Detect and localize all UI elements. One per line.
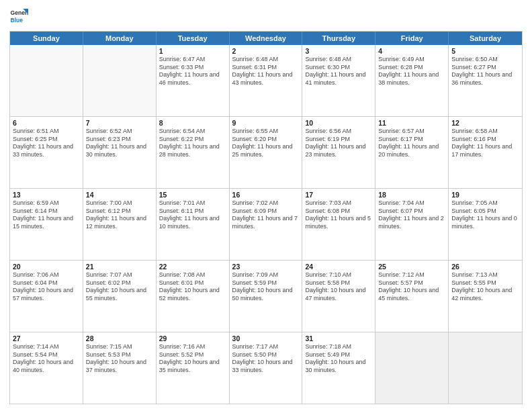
calendar-header: SundayMondayTuesdayWednesdayThursdayFrid…	[10, 32, 522, 45]
cal-cell: 30Sunrise: 7:17 AM Sunset: 5:50 PM Dayli…	[230, 332, 303, 404]
cal-week-2: 6Sunrise: 6:51 AM Sunset: 6:25 PM Daylig…	[10, 117, 522, 189]
day-number: 6	[13, 119, 80, 127]
day-info: Sunrise: 7:09 AM Sunset: 5:59 PM Dayligh…	[232, 271, 300, 303]
day-info: Sunrise: 6:48 AM Sunset: 6:31 PM Dayligh…	[232, 56, 300, 87]
day-number: 28	[86, 334, 153, 342]
cal-cell: 20Sunrise: 7:06 AM Sunset: 6:04 PM Dayli…	[10, 261, 83, 332]
day-number: 27	[13, 334, 80, 342]
day-number: 4	[378, 47, 445, 55]
day-info: Sunrise: 6:59 AM Sunset: 6:14 PM Dayligh…	[13, 199, 80, 231]
cal-cell: 7Sunrise: 6:52 AM Sunset: 6:23 PM Daylig…	[83, 117, 157, 188]
day-info: Sunrise: 6:58 AM Sunset: 6:16 PM Dayligh…	[451, 128, 519, 159]
day-number: 24	[305, 263, 372, 271]
day-number: 17	[305, 191, 372, 199]
day-info: Sunrise: 7:17 AM Sunset: 5:50 PM Dayligh…	[232, 343, 300, 375]
day-info: Sunrise: 7:03 AM Sunset: 6:08 PM Dayligh…	[305, 199, 372, 231]
day-info: Sunrise: 7:16 AM Sunset: 5:52 PM Dayligh…	[159, 343, 226, 375]
day-number: 21	[86, 263, 153, 271]
day-number: 22	[159, 263, 226, 271]
day-info: Sunrise: 7:13 AM Sunset: 5:55 PM Dayligh…	[451, 271, 519, 303]
cal-cell: 16Sunrise: 7:02 AM Sunset: 6:09 PM Dayli…	[230, 189, 303, 260]
day-info: Sunrise: 6:49 AM Sunset: 6:28 PM Dayligh…	[378, 56, 445, 87]
day-number: 30	[232, 334, 300, 342]
day-number: 2	[232, 47, 300, 55]
day-info: Sunrise: 7:12 AM Sunset: 5:57 PM Dayligh…	[378, 271, 445, 303]
cal-cell: 13Sunrise: 6:59 AM Sunset: 6:14 PM Dayli…	[10, 189, 83, 260]
cal-cell: 12Sunrise: 6:58 AM Sunset: 6:16 PM Dayli…	[449, 117, 522, 188]
day-number: 14	[86, 191, 153, 199]
day-number: 23	[232, 263, 300, 271]
cal-header-saturday: Saturday	[449, 32, 522, 45]
cal-cell: 28Sunrise: 7:15 AM Sunset: 5:53 PM Dayli…	[83, 332, 157, 404]
cal-week-1: 1Sunrise: 6:47 AM Sunset: 6:33 PM Daylig…	[10, 45, 522, 117]
cal-header-tuesday: Tuesday	[157, 32, 230, 45]
cal-header-wednesday: Wednesday	[230, 32, 303, 45]
cal-cell: 21Sunrise: 7:07 AM Sunset: 6:02 PM Dayli…	[83, 261, 157, 332]
day-number: 10	[305, 119, 372, 127]
cal-cell: 4Sunrise: 6:49 AM Sunset: 6:28 PM Daylig…	[375, 45, 449, 116]
day-info: Sunrise: 6:51 AM Sunset: 6:25 PM Dayligh…	[13, 128, 80, 159]
day-number: 11	[378, 119, 445, 127]
cal-cell: 5Sunrise: 6:50 AM Sunset: 6:27 PM Daylig…	[449, 45, 522, 116]
calendar: SundayMondayTuesdayWednesdayThursdayFrid…	[9, 31, 523, 404]
cal-week-5: 27Sunrise: 7:14 AM Sunset: 5:54 PM Dayli…	[10, 332, 522, 404]
cal-cell: 15Sunrise: 7:01 AM Sunset: 6:11 PM Dayli…	[157, 189, 230, 260]
cal-cell: 9Sunrise: 6:55 AM Sunset: 6:20 PM Daylig…	[230, 117, 303, 188]
header: General Blue	[9, 7, 523, 26]
day-info: Sunrise: 7:10 AM Sunset: 5:58 PM Dayligh…	[305, 271, 372, 303]
day-info: Sunrise: 6:52 AM Sunset: 6:23 PM Dayligh…	[86, 128, 153, 159]
cal-cell: 24Sunrise: 7:10 AM Sunset: 5:58 PM Dayli…	[302, 261, 375, 332]
day-info: Sunrise: 7:04 AM Sunset: 6:07 PM Dayligh…	[378, 199, 445, 231]
day-number: 7	[86, 119, 153, 127]
day-number: 31	[305, 334, 372, 342]
cal-cell: 14Sunrise: 7:00 AM Sunset: 6:12 PM Dayli…	[83, 189, 157, 260]
cal-cell: 11Sunrise: 6:57 AM Sunset: 6:17 PM Dayli…	[375, 117, 449, 188]
cal-cell: 22Sunrise: 7:08 AM Sunset: 6:01 PM Dayli…	[157, 261, 230, 332]
day-info: Sunrise: 7:05 AM Sunset: 6:05 PM Dayligh…	[451, 199, 519, 231]
day-info: Sunrise: 6:47 AM Sunset: 6:33 PM Dayligh…	[159, 56, 226, 87]
cal-cell: 10Sunrise: 6:56 AM Sunset: 6:19 PM Dayli…	[302, 117, 375, 188]
cal-cell: 1Sunrise: 6:47 AM Sunset: 6:33 PM Daylig…	[157, 45, 230, 116]
day-number: 18	[378, 191, 445, 199]
day-info: Sunrise: 6:57 AM Sunset: 6:17 PM Dayligh…	[378, 128, 445, 159]
cal-cell: 31Sunrise: 7:18 AM Sunset: 5:49 PM Dayli…	[302, 332, 375, 404]
day-number: 29	[159, 334, 226, 342]
day-info: Sunrise: 6:48 AM Sunset: 6:30 PM Dayligh…	[305, 56, 372, 87]
day-info: Sunrise: 7:01 AM Sunset: 6:11 PM Dayligh…	[159, 199, 226, 231]
cal-cell	[10, 45, 83, 116]
day-number: 13	[13, 191, 80, 199]
day-number: 9	[232, 119, 300, 127]
day-number: 20	[13, 263, 80, 271]
cal-cell	[83, 45, 157, 116]
cal-cell: 27Sunrise: 7:14 AM Sunset: 5:54 PM Dayli…	[10, 332, 83, 404]
day-number: 12	[451, 119, 519, 127]
day-number: 8	[159, 119, 226, 127]
day-info: Sunrise: 6:54 AM Sunset: 6:22 PM Dayligh…	[159, 128, 226, 159]
day-info: Sunrise: 7:07 AM Sunset: 6:02 PM Dayligh…	[86, 271, 153, 303]
day-number: 26	[451, 263, 519, 271]
cal-cell: 3Sunrise: 6:48 AM Sunset: 6:30 PM Daylig…	[302, 45, 375, 116]
day-info: Sunrise: 6:56 AM Sunset: 6:19 PM Dayligh…	[305, 128, 372, 159]
day-info: Sunrise: 7:08 AM Sunset: 6:01 PM Dayligh…	[159, 271, 226, 303]
cal-cell: 18Sunrise: 7:04 AM Sunset: 6:07 PM Dayli…	[375, 189, 449, 260]
cal-header-friday: Friday	[375, 32, 449, 45]
day-info: Sunrise: 7:18 AM Sunset: 5:49 PM Dayligh…	[305, 343, 372, 375]
day-number: 1	[159, 47, 226, 55]
cal-header-monday: Monday	[83, 32, 157, 45]
day-info: Sunrise: 7:06 AM Sunset: 6:04 PM Dayligh…	[13, 271, 80, 303]
day-info: Sunrise: 7:15 AM Sunset: 5:53 PM Dayligh…	[86, 343, 153, 375]
logo-icon: General Blue	[9, 7, 28, 26]
cal-cell	[449, 332, 522, 404]
day-info: Sunrise: 6:55 AM Sunset: 6:20 PM Dayligh…	[232, 128, 300, 159]
cal-cell: 2Sunrise: 6:48 AM Sunset: 6:31 PM Daylig…	[230, 45, 303, 116]
cal-cell: 25Sunrise: 7:12 AM Sunset: 5:57 PM Dayli…	[375, 261, 449, 332]
day-info: Sunrise: 7:00 AM Sunset: 6:12 PM Dayligh…	[86, 199, 153, 231]
day-number: 25	[378, 263, 445, 271]
day-number: 15	[159, 191, 226, 199]
cal-cell: 23Sunrise: 7:09 AM Sunset: 5:59 PM Dayli…	[230, 261, 303, 332]
cal-header-thursday: Thursday	[302, 32, 375, 45]
cal-cell: 26Sunrise: 7:13 AM Sunset: 5:55 PM Dayli…	[449, 261, 522, 332]
page: General Blue SundayMondayTuesdayWednesda…	[0, 0, 532, 411]
day-number: 16	[232, 191, 300, 199]
day-info: Sunrise: 7:14 AM Sunset: 5:54 PM Dayligh…	[13, 343, 80, 375]
